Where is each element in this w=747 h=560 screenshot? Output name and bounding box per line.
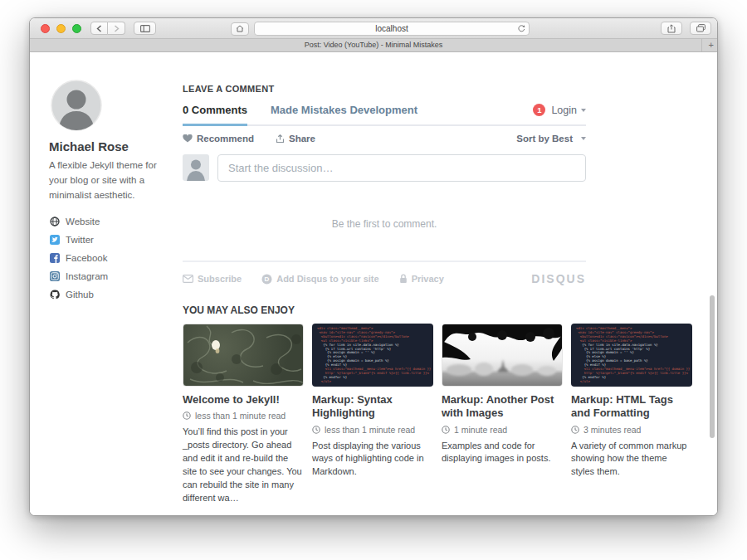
post-teaser-image [183,324,304,387]
comments-section: LEAVE A COMMENT 0 Comments Made Mistakes… [183,84,586,285]
author-avatar [51,80,102,131]
related-post-card[interactable]: <div class="masthead__menu"> <nav id="si… [312,324,433,505]
clock-icon [183,411,191,420]
related-heading: YOU MAY ALSO ENJOY [183,304,694,316]
related-cards: Welcome to Jekyll! less than 1 minute re… [183,324,694,505]
tab-overview-button[interactable] [690,22,711,35]
read-time: less than 1 minute read [195,411,286,421]
instagram-icon [49,270,60,281]
add-disqus-label: Add Disqus to your site [276,274,378,284]
sidebar-toggle-button[interactable] [134,22,156,35]
comment-composer [183,154,586,182]
chevron-right-icon [114,25,120,32]
clock-icon [442,426,450,434]
sidebar-link-website[interactable]: Website [49,216,167,226]
disqus-footer: Subscribe D Add Disqus to your site Priv… [183,261,586,285]
recommend-label: Recommend [197,134,254,144]
notification-badge[interactable]: 1 [533,104,545,116]
read-time: 3 minutes read [583,425,641,435]
related-post-card[interactable]: Welcome to Jekyll! less than 1 minute re… [183,324,304,505]
globe-icon [49,216,60,226]
sidebar-link-instagram[interactable]: Instagram [49,270,167,281]
post-excerpt: Examples and code for displaying images … [442,440,563,466]
link-label: Website [66,217,100,226]
read-time: less than 1 minute read [325,425,415,435]
home-button[interactable] [231,22,249,36]
recommend-button[interactable]: Recommend [183,134,254,144]
commenter-avatar-placeholder [183,154,209,181]
screenshot-stage: localhost Post: Video (YouTube) - Minima… [0,0,747,560]
page-scrollbar[interactable] [710,295,715,438]
new-tab-button[interactable]: + [709,39,714,51]
chevron-down-icon [581,109,586,112]
related-posts-section: YOU MAY ALSO ENJOY [183,304,694,505]
author-profile: Michael Rose A flexible Jekyll theme for… [49,80,167,307]
forward-button[interactable] [108,22,125,35]
tab-comment-count[interactable]: 0 Comments [183,104,247,116]
home-icon [236,25,244,32]
subscribe-button[interactable]: Subscribe [183,274,242,284]
post-title[interactable]: Welcome to Jekyll! [183,393,304,407]
post-teaser-image-code: <div class="masthead__menu"> <nav id="si… [312,324,433,387]
foggy-tree-illustration [442,324,563,387]
reload-icon [517,24,525,33]
related-post-card[interactable]: Markup: Another Post with Images 1 minut… [442,324,563,505]
minimize-window-button[interactable] [56,24,66,33]
link-label: Instagram [66,271,108,281]
sidebar-link-twitter[interactable]: Twitter [49,234,167,245]
author-name: Michael Rose [49,139,167,153]
disqus-wordmark: DISQUS [531,272,586,285]
page-content: Michael Rose A flexible Jekyll theme for… [30,52,717,516]
login-button[interactable]: Login [551,105,577,116]
privacy-button[interactable]: Privacy [399,274,444,284]
twitter-icon [49,234,60,245]
reload-button[interactable] [517,24,525,33]
disqus-d-icon: D [261,274,272,285]
browser-titlebar: localhost [30,18,717,39]
sort-label: Sort by Best [516,134,573,144]
related-post-card[interactable]: <div class="masthead__menu"> <nav id="si… [571,324,692,505]
browser-window: localhost Post: Video (YouTube) - Minima… [29,17,718,516]
zoom-window-button[interactable] [72,24,81,33]
post-excerpt: Post displaying the various ways of high… [312,440,433,480]
close-window-button[interactable] [41,24,50,33]
post-teaser-image [442,324,563,387]
sidebar-link-facebook[interactable]: Facebook [49,252,167,263]
link-label: Facebook [66,253,108,263]
disqus-actions: Recommend Share Sort by Best [183,134,586,144]
comment-input[interactable] [217,154,586,182]
envelope-icon [183,275,193,283]
share-thread-button[interactable]: Share [276,134,315,144]
sidebar-icon [140,25,150,32]
disqus-header: 0 Comments Made Mistakes Development 1 L… [183,104,586,126]
post-title[interactable]: Markup: Syntax Highlighting [312,393,433,421]
tab-community[interactable]: Made Mistakes Development [271,104,417,116]
link-label: Twitter [66,235,94,245]
back-button[interactable] [90,22,108,35]
active-tab[interactable]: Post: Video (YouTube) - Minimal Mistakes [305,41,443,49]
add-disqus-button[interactable]: D Add Disqus to your site [261,274,378,285]
heart-icon [183,134,193,143]
chevron-down-icon [581,137,586,140]
privacy-label: Privacy [412,274,444,284]
chevron-left-icon [96,25,102,32]
share-button[interactable] [661,22,682,35]
url-text: localhost [375,24,408,33]
post-title[interactable]: Markup: HTML Tags and Formatting [571,393,692,421]
comments-heading: LEAVE A COMMENT [183,84,586,94]
share-label: Share [289,134,315,144]
tabs-icon [696,24,706,32]
author-bio: A flexible Jekyll theme for your blog or… [49,158,167,202]
author-links: Website Twitter Facebook [49,216,167,299]
address-bar[interactable]: localhost [254,22,530,36]
green-macro-illustration [183,324,304,387]
lock-icon [399,274,408,284]
post-excerpt: A variety of common markup showing how t… [571,440,692,480]
sort-by-button[interactable]: Sort by Best [516,134,586,144]
post-excerpt: You’ll find this post in your _posts dir… [183,426,304,505]
sidebar-link-github[interactable]: Github [49,289,167,299]
post-title[interactable]: Markup: Another Post with Images [442,393,563,421]
facebook-icon [49,252,60,263]
clock-icon [571,426,579,434]
clock-icon [312,426,320,434]
